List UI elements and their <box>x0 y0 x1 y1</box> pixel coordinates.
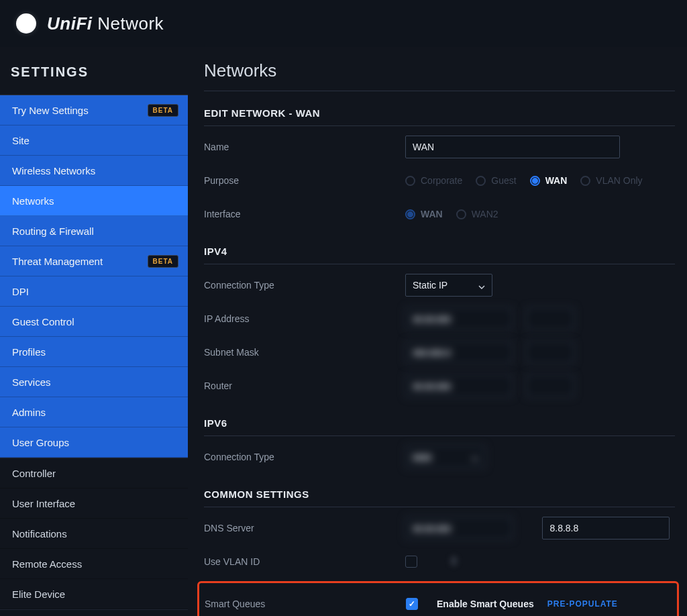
ipv4-conn-type-value: Static IP <box>413 280 447 291</box>
radio-dot-icon <box>476 176 486 186</box>
label-dns: DNS Server <box>204 523 405 533</box>
sidebar-item-threat-management[interactable]: Threat ManagementBETA <box>0 246 188 276</box>
name-input[interactable] <box>405 136 620 158</box>
sidebar-item-label: Wireless Networks <box>12 165 95 176</box>
sidebar-item-notifications[interactable]: Notifications <box>0 519 188 549</box>
purpose-option-guest[interactable]: Guest <box>476 175 516 186</box>
sidebar-secondary-group: ControllerUser InterfaceNotificationsRem… <box>0 458 188 610</box>
label-name: Name <box>204 142 405 152</box>
sidebar-item-user-interface[interactable]: User Interface <box>0 489 188 519</box>
label-smart-queues: Smart Queues <box>205 599 406 609</box>
ipv4-conn-type-select[interactable]: Static IP <box>405 274 492 297</box>
radio-dot-icon <box>580 176 590 186</box>
brand-text: UniFi Network <box>47 13 164 34</box>
dns2-input[interactable] <box>542 517 670 540</box>
sidebar-item-try-new-settings[interactable]: Try New SettingsBETA <box>0 95 188 125</box>
purpose-option-corporate[interactable]: Corporate <box>405 175 462 186</box>
sidebar-item-label: Try New Settings <box>12 105 89 116</box>
sidebar-item-label: Controller <box>12 468 56 479</box>
sidebar-item-site[interactable]: Site <box>0 125 188 156</box>
purpose-radio-group: CorporateGuestWANVLAN Only <box>405 175 675 186</box>
dns1-input[interactable] <box>405 517 513 540</box>
chevron-down-icon <box>478 282 485 289</box>
smart-queues-checkbox[interactable] <box>406 598 418 610</box>
sidebar-item-dpi[interactable]: DPI <box>0 276 188 307</box>
sidebar-item-profiles[interactable]: Profiles <box>0 337 188 367</box>
ipv6-conn-type-value: xxxx <box>413 452 431 462</box>
label-vlan: Use VLAN ID <box>204 556 405 567</box>
sidebar-item-routing-firewall[interactable]: Routing & Firewall <box>0 216 188 246</box>
sidebar-item-services[interactable]: Services <box>0 367 188 397</box>
radio-dot-icon <box>456 209 466 219</box>
sidebar-item-label: Guest Control <box>12 316 74 327</box>
sidebar-item-label: User Interface <box>12 498 75 509</box>
sidebar-item-label: User Groups <box>12 437 69 448</box>
radio-label: Guest <box>491 175 516 186</box>
main-panel: Networks EDIT NETWORK - WAN Name Purpose… <box>188 47 687 616</box>
row-name: Name <box>204 130 675 164</box>
row-smart-queues: Smart Queues Enable Smart Queues PRE-POP… <box>205 587 672 616</box>
sidebar-item-remote-access[interactable]: Remote Access <box>0 549 188 579</box>
label-ip-address: IP Address <box>204 313 405 324</box>
row-subnet: Subnet Mask <box>204 336 675 369</box>
label-ipv4-conn-type: Connection Type <box>204 280 405 291</box>
sidebar: SETTINGS Try New SettingsBETASiteWireles… <box>0 47 188 616</box>
router-aux-input[interactable] <box>526 374 574 397</box>
row-purpose: Purpose CorporateGuestWANVLAN Only <box>204 164 675 197</box>
label-subnet: Subnet Mask <box>204 347 405 358</box>
sidebar-item-controller[interactable]: Controller <box>0 458 188 489</box>
radio-label: WAN <box>421 209 443 219</box>
sidebar-item-elite-device[interactable]: Elite Device <box>0 579 188 609</box>
ipv6-conn-type-select[interactable]: xxxx <box>405 446 486 468</box>
row-vlan: Use VLAN ID 0 <box>204 545 675 578</box>
radio-dot-icon <box>530 176 540 186</box>
section-ipv6-heading: IPV6 <box>204 417 675 436</box>
sidebar-item-label: Profiles <box>12 346 46 358</box>
interface-radio-group: WANWAN2 <box>405 209 675 219</box>
smart-queues-enable-label: Enable Smart Queues <box>437 599 534 609</box>
sidebar-item-guest-control[interactable]: Guest Control <box>0 307 188 337</box>
section-common-heading: COMMON SETTINGS <box>204 489 675 507</box>
subnet-aux-input[interactable] <box>526 341 574 364</box>
sidebar-item-label: Site <box>12 135 30 146</box>
sidebar-item-admins[interactable]: Admins <box>0 397 188 427</box>
sidebar-item-label: Admins <box>12 407 46 418</box>
interface-option-wan[interactable]: WAN <box>405 209 443 219</box>
beta-badge: BETA <box>148 104 178 117</box>
ip-address-input[interactable] <box>405 307 513 330</box>
sidebar-item-label: Routing & Firewall <box>12 225 94 237</box>
row-ipv4-conn-type: Connection Type Static IP <box>204 268 675 302</box>
sidebar-item-networks[interactable]: Networks <box>0 186 188 216</box>
sidebar-item-label: Threat Management <box>12 256 103 267</box>
sidebar-item-label: DPI <box>12 286 29 297</box>
row-interface: Interface WANWAN2 <box>204 197 675 231</box>
vlan-checkbox[interactable] <box>405 556 417 568</box>
interface-option-wan2[interactable]: WAN2 <box>456 209 498 219</box>
section-ipv4-heading: IPV4 <box>204 246 675 264</box>
router-input[interactable] <box>405 374 513 397</box>
subnet-input[interactable] <box>405 341 513 364</box>
brand-rest: Network <box>93 13 164 34</box>
radio-label: WAN2 <box>472 209 498 219</box>
brand-strong: UniFi <box>47 13 93 34</box>
radio-label: Corporate <box>421 175 462 186</box>
page-title: Networks <box>204 60 675 91</box>
purpose-option-wan[interactable]: WAN <box>530 175 568 186</box>
section-edit-heading: EDIT NETWORK - WAN <box>204 107 675 126</box>
radio-dot-icon <box>405 209 415 219</box>
sidebar-item-label: Remote Access <box>12 558 82 570</box>
sidebar-item-user-groups[interactable]: User Groups <box>0 427 188 458</box>
sidebar-item-label: Notifications <box>12 528 67 540</box>
label-purpose: Purpose <box>204 175 405 186</box>
ip-address-aux-input[interactable] <box>526 307 574 330</box>
row-ipv6-conn-type: Connection Type xxxx <box>204 440 675 474</box>
label-interface: Interface <box>204 209 405 219</box>
brand-logo-icon <box>16 13 36 34</box>
sidebar-item-wireless-networks[interactable]: Wireless Networks <box>0 156 188 186</box>
pre-populate-link[interactable]: PRE-POPULATE <box>547 599 618 609</box>
row-ip-address: IP Address <box>204 302 675 336</box>
radio-label: WAN <box>545 175 568 186</box>
sidebar-item-label: Services <box>12 376 51 388</box>
purpose-option-vlan-only[interactable]: VLAN Only <box>580 175 642 186</box>
radio-dot-icon <box>405 176 415 186</box>
